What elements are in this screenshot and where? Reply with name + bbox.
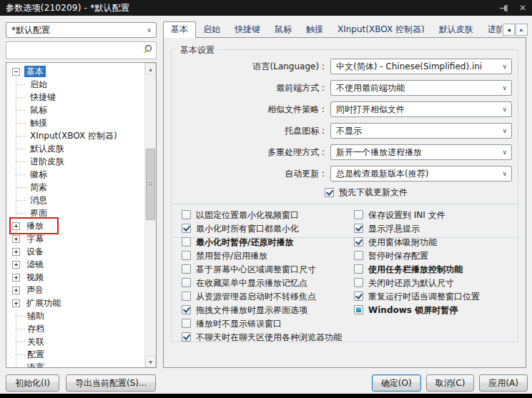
tree-scrollbar[interactable]: ▲ ▼ [144,63,156,367]
tree-item-start[interactable]: 启始 [6,78,144,91]
tab-start[interactable]: 启始 [196,23,227,36]
tree-item-touch[interactable]: 触摸 [6,116,144,129]
tree-item-interface[interactable]: 界面 [6,207,144,219]
checkbox-row-left-9[interactable]: 不聊天时在聊天区使用各种浏览器功能 [182,330,342,344]
checkbox-row-right-6[interactable]: 重复运行时适当调整窗口位置 [354,289,480,303]
collapse-minus-icon[interactable] [12,68,20,76]
checkbox-row-left-1[interactable]: 最小化时所有窗口都最小化 [182,222,342,235]
apply-button[interactable]: 应用(A) [479,374,528,392]
expand-plus-icon[interactable] [12,299,20,307]
expand-plus-icon[interactable] [12,287,20,294]
checkbox-box[interactable] [182,278,191,287]
checkbox-row-right-2[interactable]: 使用窗体吸附功能 [354,235,480,249]
checkbox-row-left-6[interactable]: 从资源管理器启动时不转移焦点 [182,289,342,303]
checkbox-row-left-4[interactable]: 基于屏幕中心区域调整窗口尺寸 [182,262,342,276]
tree-item-inner: 徽标 [28,169,49,180]
tree-item-xinput[interactable]: XInput(XBOX 控制器) [6,129,144,142]
tree-item-filters[interactable]: 滤镜 [6,258,144,271]
checkbox-row-left-5[interactable]: 在收藏菜单中显示播放记忆点 [182,276,342,289]
close-icon[interactable]: ✕ [519,0,526,16]
checkbox-row-left-7[interactable]: 拖拽文件播放时显示界面选项 [182,303,342,317]
expand-plus-icon[interactable] [12,248,20,256]
tab-hotkeys[interactable]: 快捷键 [227,23,267,36]
tree-item-mouse[interactable]: 鼠标 [6,104,144,116]
tree-item-subtitles[interactable]: 字幕 [6,232,144,245]
checkbox-row-left-2[interactable]: 最小化时暂停/还原时播放 [182,235,342,249]
cancel-button[interactable]: 取消(C) [426,374,475,392]
checkbox-box[interactable] [182,251,191,260]
checkbox-box[interactable] [354,264,363,274]
checkbox-row-left-3[interactable]: 禁用暂停/启用播放 [182,249,342,262]
tab-default-skin[interactable]: 默认皮肤 [432,23,481,36]
expand-plus-icon[interactable] [12,235,20,243]
checkbox-row-right-3[interactable]: 暂停时保存配置 [354,249,480,262]
checkbox-box[interactable] [182,305,191,314]
tray-icon-select[interactable]: 不显示∨ [330,123,512,139]
tree-item-hotkeys[interactable]: 快捷键 [6,91,144,104]
tree-item-association[interactable]: 关联 [6,335,144,348]
scroll-up-icon[interactable]: ▲ [145,63,156,74]
tree-item-basic[interactable]: 基本 [6,65,144,78]
tree-item-playback[interactable]: 播放 [6,219,144,232]
tree-item-presets[interactable]: 配置 [6,348,144,361]
language-select[interactable]: 中文(简体) - Chinese(Simplified).ini∨ [330,59,512,74]
checkbox-box[interactable] [182,237,191,247]
tree-item-default-skin[interactable]: 默认皮肤 [6,142,144,155]
checkbox-box[interactable] [354,292,363,301]
tab-touch[interactable]: 触摸 [299,23,330,36]
tab-scroll-right-icon[interactable]: ▶ [516,24,528,36]
tree-item-extensions[interactable]: 扩展功能 [6,297,144,309]
multi-instance-select[interactable]: 新开一个播放进程播放∨ [330,144,512,160]
expand-plus-icon[interactable] [12,261,20,269]
checkbox-row-right-1[interactable]: 显示浮悬提示 [354,222,480,235]
topmost-select[interactable]: 不使用最前端功能∨ [330,80,512,96]
checkbox-row-right-4[interactable]: 使用任务栏播放控制功能 [354,262,480,276]
checkbox-box[interactable] [182,292,191,301]
similar-file-select[interactable]: 同时打开相似文件∨ [330,101,512,117]
tab-advanced-skin[interactable]: 进阶皮肤 [481,23,502,36]
tab-mouse[interactable]: 鼠标 [267,23,299,36]
tree-item-advanced-skin[interactable]: 进阶皮肤 [6,155,144,168]
expand-plus-icon[interactable] [12,274,20,282]
tab-scroll-left-icon[interactable]: ◀ [503,24,515,36]
ok-button[interactable]: 确定(O) [372,374,421,392]
checkbox-box[interactable] [354,278,363,287]
checkbox-box[interactable] [354,251,363,260]
tree-item-audio[interactable]: 声音 [6,284,144,297]
tree-item-language[interactable]: 语言 [6,361,144,367]
pin-icon[interactable] [499,3,509,13]
predownload-updates-row[interactable]: 预先下载更新文件 [325,187,518,197]
expand-plus-icon[interactable] [12,222,20,230]
checkbox-box[interactable] [354,224,363,233]
scroll-down-icon[interactable]: ▼ [145,356,156,367]
auto-update-select[interactable]: 总是检查最新版本(推荐)∨ [330,166,512,181]
tree-item-video[interactable]: 视频 [6,271,144,284]
checkbox-box[interactable] [182,332,191,342]
checkbox-box[interactable] [354,210,363,219]
init-button[interactable]: 初始化(I) [6,374,59,392]
tree-item-devices[interactable]: 设备 [6,245,144,258]
checkbox-box[interactable] [354,237,363,247]
checkbox-row-left-0[interactable]: 以固定位置最小化视频窗口 [182,208,342,222]
tree-item-utilities[interactable]: 辅助 [6,309,144,322]
checkbox-box[interactable] [182,210,191,219]
profile-select[interactable]: *默认配置 ∨ [6,22,157,38]
checkbox-box[interactable] [182,319,191,328]
export-config-button[interactable]: 导出当前配置(S)... [66,374,156,392]
checkbox-row-right-0[interactable]: 保存设置到 INI 文件 [354,208,480,222]
checkbox-box[interactable] [354,305,363,314]
tab-xinput[interactable]: XInput(XBOX 控制器) [330,23,432,36]
scrollbar-thumb[interactable] [146,149,155,220]
search-input[interactable] [6,42,142,59]
checkbox-box[interactable] [182,264,191,274]
tree-item-logo[interactable]: 徽标 [6,168,144,181]
tree-item-archive[interactable]: 存档 [6,322,144,335]
tree-item-messages[interactable]: 消息 [6,194,144,207]
checkbox-row-right-5[interactable]: 关闭时还原为默认尺寸 [354,276,480,289]
tab-basic[interactable]: 基本 [163,21,196,38]
checkbox-predownload-updates[interactable] [325,188,334,197]
tree-item-briefing[interactable]: 简索 [6,181,144,194]
checkbox-row-right-7[interactable]: Windows 锁屏时暂停 [354,303,480,317]
checkbox-row-left-8[interactable]: 播放时不显示错误窗口 [182,317,342,330]
checkbox-box[interactable] [182,224,191,233]
